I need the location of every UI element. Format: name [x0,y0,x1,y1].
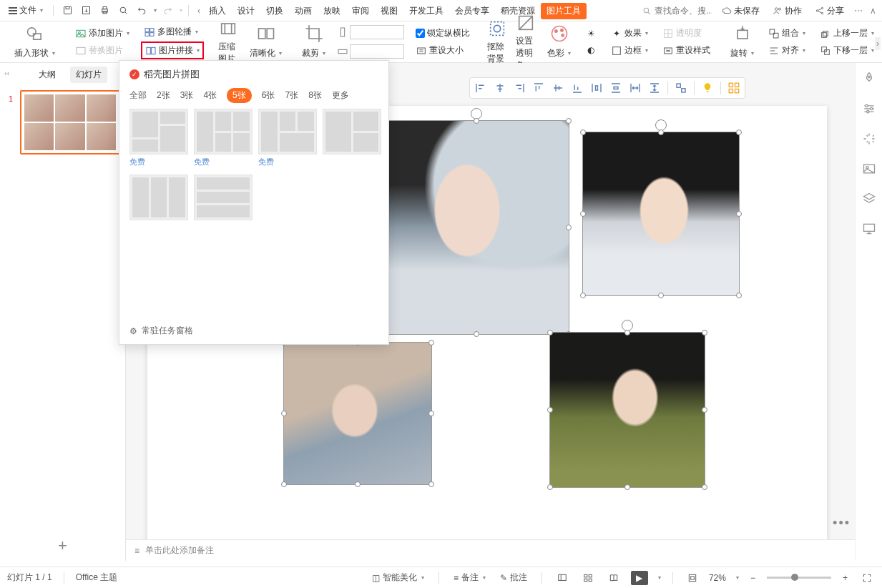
dd-tab-more[interactable]: 更多 [332,89,349,102]
export-icon[interactable] [78,3,94,19]
more-options-button[interactable]: ••• [833,516,851,531]
color-button[interactable]: 色彩▾ [544,46,574,61]
chevron-down-icon[interactable]: ▾ [736,574,739,581]
grid-layout-icon[interactable] [727,82,740,94]
preview-icon[interactable] [115,3,131,19]
compress-icon[interactable] [218,19,238,39]
image-stitch-button[interactable]: 图片拼接▾ [141,41,204,59]
redo-button[interactable] [160,3,175,19]
match-size-icon[interactable] [675,82,687,94]
outline-tab[interactable]: 大纲 [33,67,62,83]
chevron-down-icon[interactable]: ▾ [154,7,157,14]
dd-tab-4[interactable]: 4张 [203,89,217,102]
group-button[interactable]: 组合▾ [765,26,808,41]
notes-bar[interactable]: ≡ 单击此处添加备注 [126,539,855,561]
layout-option[interactable] [323,109,381,167]
expand-icon[interactable]: ∧ [870,6,876,16]
presentation-icon[interactable] [862,222,876,236]
collapse-pane[interactable]: ‹‹ [4,69,9,77]
layout-option[interactable] [129,175,188,220]
dist-h-icon[interactable] [590,82,603,94]
sharpen-icon[interactable] [256,24,276,44]
rotate-button[interactable]: 旋转▾ [727,46,757,61]
align-bottom-icon[interactable] [571,82,584,94]
border-button[interactable]: 边框▾ [608,43,651,58]
tab-slideshow[interactable]: 放映 [318,2,346,20]
dd-tab-6[interactable]: 6张 [262,89,275,102]
replace-image-button[interactable]: 替换图片 [72,43,126,58]
multi-carousel-button[interactable]: 多图轮播▾ [141,24,201,39]
chevron-down-icon[interactable]: ▾ [180,7,182,14]
comments-toggle[interactable]: ✎批注 [497,570,530,585]
view-sorter[interactable] [579,572,597,584]
palette-icon[interactable] [549,24,569,44]
reset-size-button[interactable]: 重设大小 [413,43,466,58]
transparency-button[interactable]: 透明度 [660,26,705,41]
tab-picture-tools[interactable]: 图片工具 [541,3,587,19]
align-right-icon[interactable] [513,82,526,94]
slide-thumbnail[interactable] [20,90,120,155]
picture-4[interactable] [549,332,705,488]
align-center-h-icon[interactable] [494,82,506,94]
zoom-out[interactable]: − [748,573,758,583]
zoom-slider[interactable] [767,577,831,579]
zoom-value[interactable]: 72% [709,573,726,583]
tab-view[interactable]: 视图 [375,2,403,20]
equal-width-icon[interactable] [629,82,642,94]
share-button[interactable]: 分享 [812,4,847,19]
slides-tab[interactable]: 幻灯片 [70,67,107,83]
settings-icon[interactable] [862,102,876,116]
view-normal[interactable] [554,572,571,584]
rotate-icon[interactable] [732,24,753,44]
picture-2[interactable] [582,132,740,296]
dd-tab-all[interactable]: 全部 [129,89,147,102]
view-reading[interactable] [605,572,622,584]
zoom-knob[interactable] [791,574,798,581]
tab-transition[interactable]: 切换 [260,2,289,20]
equal-height-icon[interactable] [648,82,661,94]
brightness-button[interactable]: ☀ [582,26,599,41]
removebg-label[interactable]: 抠除背景 [487,41,507,65]
collab-button[interactable]: 协作 [770,4,805,19]
dd-tab-5[interactable]: 5张 [227,88,252,103]
save-icon[interactable] [59,3,75,19]
dd-tab-7[interactable]: 7张 [285,89,298,102]
align-left-icon[interactable] [474,82,487,94]
align-button[interactable]: 对齐▾ [765,43,808,58]
tab-animation[interactable]: 动画 [289,2,318,20]
file-menu[interactable]: 文件▾ [4,2,47,19]
picture-1[interactable] [383,120,569,335]
chevron-down-icon[interactable]: ▾ [658,574,661,581]
dist-v-icon[interactable] [609,82,622,94]
move-up-button[interactable]: 上移一层▾ [817,26,877,41]
zoom-in[interactable]: + [840,573,851,583]
ribbon-collapse[interactable]: › [875,37,881,50]
reset-style-button[interactable]: 重设样式 [660,43,713,58]
fullscreen-button[interactable] [859,572,875,584]
idea-icon[interactable] [701,82,714,94]
beautify-button[interactable]: ◫智能美化▾ [369,570,427,585]
dd-tab-8[interactable]: 8张 [308,89,322,102]
layout-option[interactable]: 免费 [194,109,253,167]
more-icon[interactable]: ⋯ [854,6,863,16]
align-top-icon[interactable] [532,82,545,94]
crop-icon[interactable] [304,24,324,44]
lock-ratio-checkbox[interactable]: 锁定纵横比 [413,26,473,41]
tab-insert[interactable]: 插入 [203,2,232,20]
slideshow-button[interactable]: ▶ [631,571,648,585]
sharpen-button[interactable]: 清晰化▾ [247,46,285,61]
insert-shape-button[interactable]: 插入形状▾ [11,46,58,61]
print-icon[interactable] [97,3,112,19]
rocket-icon[interactable] [862,72,876,86]
sparkle-icon[interactable] [862,132,876,146]
layers-icon[interactable] [862,192,876,206]
transcolor-icon[interactable] [516,13,536,33]
picture-pane-icon[interactable] [862,162,876,176]
tab-design[interactable]: 设计 [232,2,260,20]
fit-button[interactable] [685,572,700,584]
shapes-icon[interactable] [25,24,45,44]
removebg-icon[interactable] [487,19,507,39]
undo-button[interactable] [134,3,150,19]
crop-button[interactable]: 裁剪▾ [299,46,328,61]
move-down-button[interactable]: 下移一层▾ [817,43,877,58]
